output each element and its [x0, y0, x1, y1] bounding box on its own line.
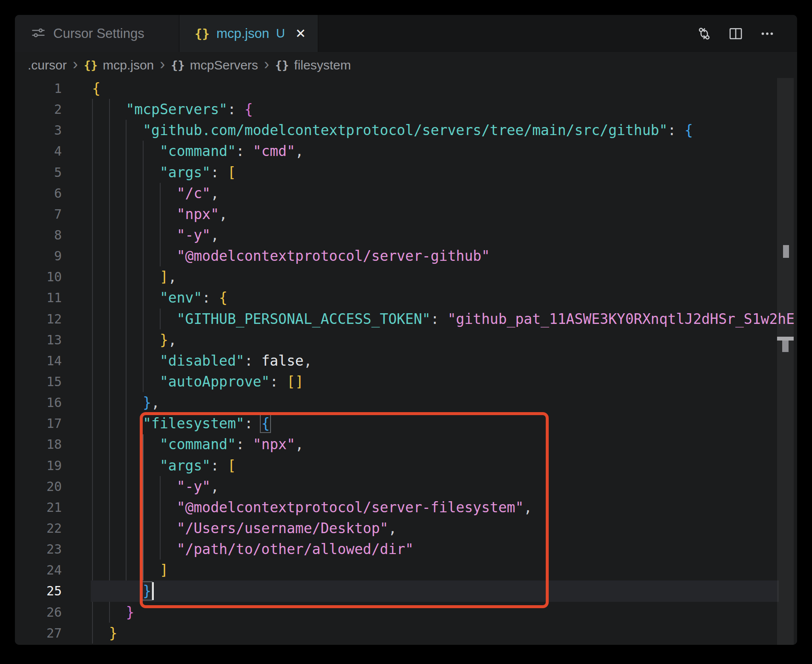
text-cursor: [152, 582, 154, 600]
line-number[interactable]: 16: [15, 392, 62, 413]
vertical-scrollbar[interactable]: [777, 78, 794, 645]
code-line-20[interactable]: 20"-y",: [15, 476, 779, 497]
line-number[interactable]: 15: [15, 371, 62, 392]
line-number[interactable]: 12: [15, 309, 62, 329]
line-number[interactable]: 26: [15, 602, 62, 623]
tab-mcp-json[interactable]: {} mcp.json U ✕: [179, 15, 318, 52]
code-text: {: [92, 78, 101, 99]
scrollbar-mark: [777, 337, 794, 341]
tab-label-mcp-json: mcp.json: [216, 26, 269, 41]
line-number[interactable]: 22: [15, 518, 62, 539]
line-number[interactable]: 25: [15, 580, 62, 601]
code-line-9[interactable]: 9"@modelcontextprotocol/server-github": [15, 245, 779, 266]
code-text: "@modelcontextprotocol/server-filesystem…: [92, 497, 532, 518]
code-lines: 1{2"mcpServers": {3"github.com/modelcont…: [15, 78, 779, 644]
object-symbol-icon: {}: [275, 58, 289, 72]
code-line-14[interactable]: 14"disabled": false,: [15, 350, 779, 371]
chevron-right-icon: ›: [73, 55, 78, 73]
code-line-12[interactable]: 12"GITHUB_PERSONAL_ACCESS_TOKEN": "githu…: [15, 309, 779, 329]
code-text: "-y",: [92, 225, 219, 245]
line-number[interactable]: 21: [15, 497, 62, 518]
chevron-right-icon: ›: [160, 55, 165, 73]
settings-sliders-icon: [31, 26, 46, 42]
breadcrumb-item-mcpservers[interactable]: mcpServers: [190, 58, 258, 72]
line-number[interactable]: 5: [15, 162, 62, 183]
line-number[interactable]: 18: [15, 434, 62, 455]
code-line-11[interactable]: 11"env": {: [15, 287, 779, 308]
code-text: },: [92, 329, 177, 350]
code-line-1[interactable]: 1{: [15, 78, 779, 99]
line-number[interactable]: 23: [15, 539, 62, 560]
line-number[interactable]: 7: [15, 204, 62, 225]
line-number[interactable]: 9: [15, 245, 62, 266]
code-text: "/c",: [92, 183, 219, 204]
breadcrumb-item-mcp-json[interactable]: mcp.json: [103, 58, 154, 72]
code-line-17[interactable]: 17"filesystem": {: [15, 413, 779, 434]
code-line-18[interactable]: 18"command": "npx",: [15, 434, 779, 455]
line-number[interactable]: 24: [15, 560, 62, 580]
code-text: "command": "cmd",: [92, 141, 304, 162]
code-text: }: [92, 580, 151, 601]
scrollbar-mark: [782, 341, 789, 352]
code-text: "GITHUB_PERSONAL_ACCESS_TOKEN": "github_…: [92, 309, 795, 329]
code-line-10[interactable]: 10],: [15, 266, 779, 287]
code-editor[interactable]: 1{2"mcpServers": {3"github.com/modelcont…: [15, 78, 797, 645]
code-line-22[interactable]: 22"/Users/username/Desktop",: [15, 518, 779, 539]
code-text: "@modelcontextprotocol/server-github": [92, 245, 490, 266]
code-line-26[interactable]: 26}: [15, 602, 779, 623]
code-line-21[interactable]: 21"@modelcontextprotocol/server-filesyst…: [15, 497, 779, 518]
code-line-4[interactable]: 4"command": "cmd",: [15, 141, 779, 162]
line-number[interactable]: 10: [15, 266, 62, 287]
chevron-right-icon: ›: [264, 55, 269, 73]
code-line-2[interactable]: 2"mcpServers": {: [15, 99, 779, 120]
git-untracked-badge: U: [276, 26, 285, 40]
tab-cursor-settings[interactable]: Cursor Settings: [15, 15, 179, 52]
code-text: "npx",: [92, 204, 227, 225]
line-number[interactable]: 17: [15, 413, 62, 434]
code-text: "/Users/username/Desktop",: [92, 518, 397, 539]
line-number[interactable]: 27: [15, 623, 62, 644]
code-text: }: [92, 602, 134, 623]
line-number[interactable]: 11: [15, 287, 62, 308]
code-text: "args": [: [92, 455, 236, 476]
code-line-7[interactable]: 7"npx",: [15, 204, 779, 225]
breadcrumb-item-filesystem[interactable]: filesystem: [294, 58, 351, 72]
line-number[interactable]: 20: [15, 476, 62, 497]
line-number[interactable]: 14: [15, 350, 62, 371]
code-text: "command": "npx",: [92, 434, 304, 455]
code-line-15[interactable]: 15"autoApprove": []: [15, 371, 779, 392]
close-tab-icon[interactable]: ✕: [295, 26, 306, 41]
code-line-13[interactable]: 13},: [15, 329, 779, 350]
code-text: ],: [92, 266, 177, 287]
more-actions-icon[interactable]: [759, 25, 776, 42]
code-text: "/path/to/other/allowed/dir": [92, 539, 414, 560]
line-number[interactable]: 8: [15, 225, 62, 245]
code-line-8[interactable]: 8"-y",: [15, 225, 779, 245]
line-number[interactable]: 4: [15, 141, 62, 162]
line-number[interactable]: 1: [15, 78, 62, 99]
code-line-27[interactable]: 27}: [15, 623, 779, 644]
code-line-24[interactable]: 24]: [15, 560, 779, 580]
line-number[interactable]: 3: [15, 120, 62, 141]
code-line-5[interactable]: 5"args": [: [15, 162, 779, 183]
editor-window: Cursor Settings {} mcp.json U ✕: [15, 15, 797, 645]
code-line-19[interactable]: 19"args": [: [15, 455, 779, 476]
code-line-6[interactable]: 6"/c",: [15, 183, 779, 204]
code-text: "env": {: [92, 287, 227, 308]
line-number[interactable]: 2: [15, 99, 62, 120]
code-text: "filesystem": {: [92, 413, 270, 434]
line-number[interactable]: 6: [15, 183, 62, 204]
code-line-23[interactable]: 23"/path/to/other/allowed/dir": [15, 539, 779, 560]
json-braces-icon: {}: [84, 58, 98, 72]
code-text: },: [92, 392, 160, 413]
split-editor-icon[interactable]: [727, 25, 744, 42]
object-symbol-icon: {}: [171, 58, 185, 72]
open-changes-icon[interactable]: [696, 25, 713, 42]
code-line-25[interactable]: 25}: [15, 580, 779, 601]
code-line-16[interactable]: 16},: [15, 392, 779, 413]
line-number[interactable]: 19: [15, 455, 62, 476]
line-number[interactable]: 13: [15, 329, 62, 350]
tab-label-cursor-settings: Cursor Settings: [53, 26, 144, 41]
breadcrumb-item-cursor[interactable]: .cursor: [28, 58, 67, 72]
code-line-3[interactable]: 3"github.com/modelcontextprotocol/server…: [15, 120, 779, 141]
